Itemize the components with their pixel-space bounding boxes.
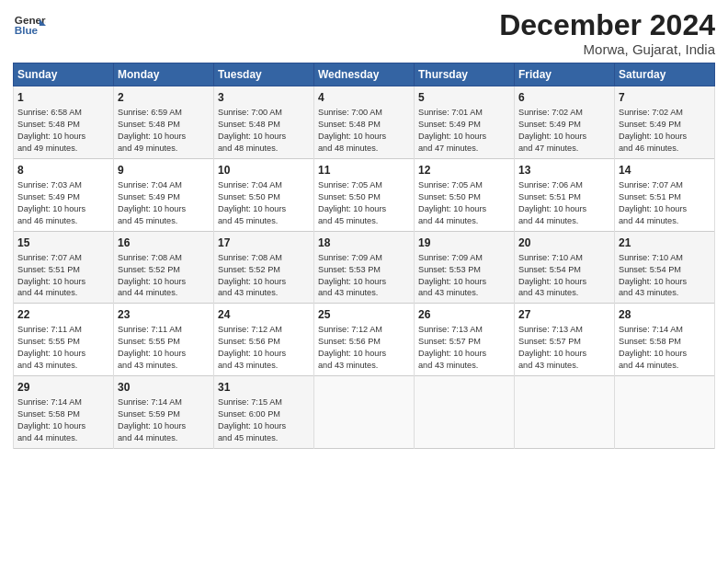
- day-number: 8: [17, 163, 109, 178]
- day-info: Sunrise: 7:14 AM Sunset: 5:58 PM Dayligh…: [17, 396, 109, 444]
- calendar-cell: 9Sunrise: 7:04 AM Sunset: 5:49 PM Daylig…: [114, 158, 214, 231]
- header-day-wednesday: Wednesday: [314, 63, 415, 86]
- day-info: Sunrise: 7:04 AM Sunset: 5:49 PM Dayligh…: [118, 179, 210, 227]
- day-number: 29: [17, 380, 109, 395]
- day-number: 10: [218, 163, 310, 178]
- day-number: 13: [518, 163, 610, 178]
- calendar-cell: [515, 375, 615, 448]
- header-day-thursday: Thursday: [415, 63, 515, 86]
- day-info: Sunrise: 7:12 AM Sunset: 5:56 PM Dayligh…: [218, 324, 310, 372]
- day-number: 7: [619, 90, 711, 105]
- calendar-cell: 15Sunrise: 7:07 AM Sunset: 5:51 PM Dayli…: [14, 231, 114, 304]
- calendar-cell: 27Sunrise: 7:13 AM Sunset: 5:57 PM Dayli…: [515, 304, 615, 376]
- calendar-cell: 28Sunrise: 7:14 AM Sunset: 5:58 PM Dayli…: [615, 304, 715, 376]
- day-info: Sunrise: 7:05 AM Sunset: 5:50 PM Dayligh…: [418, 179, 510, 227]
- day-number: 6: [518, 90, 610, 105]
- day-info: Sunrise: 7:07 AM Sunset: 5:51 PM Dayligh…: [17, 252, 109, 300]
- day-number: 1: [17, 90, 109, 105]
- day-number: 22: [17, 307, 109, 322]
- calendar-table: SundayMondayTuesdayWednesdayThursdayFrid…: [13, 63, 715, 448]
- day-number: 31: [218, 380, 310, 395]
- day-info: Sunrise: 7:02 AM Sunset: 5:49 PM Dayligh…: [518, 107, 610, 155]
- day-number: 12: [418, 163, 510, 178]
- day-info: Sunrise: 7:13 AM Sunset: 5:57 PM Dayligh…: [518, 324, 610, 372]
- calendar-cell: 13Sunrise: 7:06 AM Sunset: 5:51 PM Dayli…: [515, 158, 615, 231]
- day-info: Sunrise: 7:10 AM Sunset: 5:54 PM Dayligh…: [518, 252, 610, 300]
- day-number: 18: [318, 236, 410, 250]
- day-number: 9: [118, 163, 210, 178]
- week-row-1: 1Sunrise: 6:58 AM Sunset: 5:48 PM Daylig…: [14, 86, 715, 159]
- day-number: 30: [118, 380, 210, 395]
- day-info: Sunrise: 7:04 AM Sunset: 5:50 PM Dayligh…: [218, 179, 310, 227]
- calendar-cell: 17Sunrise: 7:08 AM Sunset: 5:52 PM Dayli…: [214, 231, 314, 304]
- day-info: Sunrise: 7:09 AM Sunset: 5:53 PM Dayligh…: [418, 252, 510, 300]
- calendar-cell: 23Sunrise: 7:11 AM Sunset: 5:55 PM Dayli…: [114, 304, 214, 376]
- week-row-5: 29Sunrise: 7:14 AM Sunset: 5:58 PM Dayli…: [14, 375, 715, 448]
- calendar-cell: 20Sunrise: 7:10 AM Sunset: 5:54 PM Dayli…: [515, 231, 615, 304]
- calendar-container: General Blue December 2024 Morwa, Gujara…: [0, 0, 728, 458]
- header-day-monday: Monday: [114, 63, 214, 86]
- day-number: 21: [619, 236, 711, 250]
- calendar-cell: 4Sunrise: 7:00 AM Sunset: 5:48 PM Daylig…: [314, 86, 415, 159]
- day-info: Sunrise: 7:10 AM Sunset: 5:54 PM Dayligh…: [619, 252, 711, 300]
- calendar-subtitle: Morwa, Gujarat, India: [499, 41, 715, 57]
- day-number: 24: [218, 307, 310, 322]
- day-info: Sunrise: 7:01 AM Sunset: 5:49 PM Dayligh…: [418, 107, 510, 155]
- calendar-cell: 25Sunrise: 7:12 AM Sunset: 5:56 PM Dayli…: [314, 304, 415, 376]
- day-info: Sunrise: 7:03 AM Sunset: 5:49 PM Dayligh…: [17, 179, 109, 227]
- calendar-cell: 29Sunrise: 7:14 AM Sunset: 5:58 PM Dayli…: [14, 375, 114, 448]
- day-number: 16: [118, 236, 210, 250]
- day-number: 11: [318, 163, 410, 178]
- day-info: Sunrise: 7:00 AM Sunset: 5:48 PM Dayligh…: [218, 107, 310, 155]
- day-number: 4: [318, 90, 410, 105]
- calendar-cell: 6Sunrise: 7:02 AM Sunset: 5:49 PM Daylig…: [515, 86, 615, 159]
- day-info: Sunrise: 7:12 AM Sunset: 5:56 PM Dayligh…: [318, 324, 410, 372]
- day-number: 27: [518, 307, 610, 322]
- header-day-friday: Friday: [515, 63, 615, 86]
- day-info: Sunrise: 7:13 AM Sunset: 5:57 PM Dayligh…: [418, 324, 510, 372]
- calendar-cell: 14Sunrise: 7:07 AM Sunset: 5:51 PM Dayli…: [615, 158, 715, 231]
- day-number: 25: [318, 307, 410, 322]
- calendar-cell: [615, 375, 715, 448]
- calendar-cell: 11Sunrise: 7:05 AM Sunset: 5:50 PM Dayli…: [314, 158, 415, 231]
- day-info: Sunrise: 7:07 AM Sunset: 5:51 PM Dayligh…: [619, 179, 711, 227]
- day-info: Sunrise: 7:00 AM Sunset: 5:48 PM Dayligh…: [318, 107, 410, 155]
- logo-icon: General Blue: [13, 9, 46, 42]
- calendar-title: December 2024: [499, 9, 715, 41]
- day-info: Sunrise: 7:05 AM Sunset: 5:50 PM Dayligh…: [318, 179, 410, 227]
- calendar-cell: 18Sunrise: 7:09 AM Sunset: 5:53 PM Dayli…: [314, 231, 415, 304]
- day-number: 15: [17, 236, 109, 250]
- logo: General Blue: [13, 9, 46, 42]
- day-number: 23: [118, 307, 210, 322]
- day-number: 20: [518, 236, 610, 250]
- day-number: 3: [218, 90, 310, 105]
- calendar-cell: 1Sunrise: 6:58 AM Sunset: 5:48 PM Daylig…: [14, 86, 114, 159]
- week-row-3: 15Sunrise: 7:07 AM Sunset: 5:51 PM Dayli…: [14, 231, 715, 304]
- calendar-cell: 26Sunrise: 7:13 AM Sunset: 5:57 PM Dayli…: [415, 304, 515, 376]
- calendar-cell: 2Sunrise: 6:59 AM Sunset: 5:48 PM Daylig…: [114, 86, 214, 159]
- day-number: 2: [118, 90, 210, 105]
- title-block: December 2024 Morwa, Gujarat, India: [499, 9, 715, 57]
- day-info: Sunrise: 7:14 AM Sunset: 5:58 PM Dayligh…: [619, 324, 711, 372]
- day-info: Sunrise: 6:59 AM Sunset: 5:48 PM Dayligh…: [118, 107, 210, 155]
- day-number: 17: [218, 236, 310, 250]
- day-number: 19: [418, 236, 510, 250]
- day-info: Sunrise: 7:06 AM Sunset: 5:51 PM Dayligh…: [518, 179, 610, 227]
- calendar-cell: [314, 375, 415, 448]
- day-info: Sunrise: 7:11 AM Sunset: 5:55 PM Dayligh…: [118, 324, 210, 372]
- day-info: Sunrise: 7:08 AM Sunset: 5:52 PM Dayligh…: [118, 252, 210, 300]
- week-row-2: 8Sunrise: 7:03 AM Sunset: 5:49 PM Daylig…: [14, 158, 715, 231]
- day-info: Sunrise: 7:02 AM Sunset: 5:49 PM Dayligh…: [619, 107, 711, 155]
- calendar-cell: 22Sunrise: 7:11 AM Sunset: 5:55 PM Dayli…: [14, 304, 114, 376]
- calendar-cell: 8Sunrise: 7:03 AM Sunset: 5:49 PM Daylig…: [14, 158, 114, 231]
- header-day-tuesday: Tuesday: [214, 63, 314, 86]
- calendar-cell: 19Sunrise: 7:09 AM Sunset: 5:53 PM Dayli…: [415, 231, 515, 304]
- calendar-cell: 30Sunrise: 7:14 AM Sunset: 5:59 PM Dayli…: [114, 375, 214, 448]
- calendar-cell: 7Sunrise: 7:02 AM Sunset: 5:49 PM Daylig…: [615, 86, 715, 159]
- calendar-cell: 31Sunrise: 7:15 AM Sunset: 6:00 PM Dayli…: [214, 375, 314, 448]
- day-number: 28: [619, 307, 711, 322]
- day-number: 14: [619, 163, 711, 178]
- header-row: SundayMondayTuesdayWednesdayThursdayFrid…: [14, 63, 715, 86]
- day-info: Sunrise: 7:08 AM Sunset: 5:52 PM Dayligh…: [218, 252, 310, 300]
- calendar-cell: 3Sunrise: 7:00 AM Sunset: 5:48 PM Daylig…: [214, 86, 314, 159]
